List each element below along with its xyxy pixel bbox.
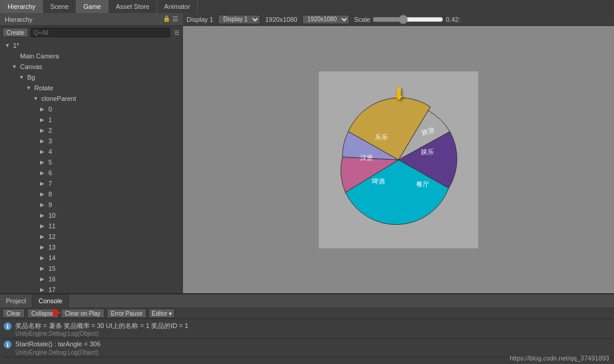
- tree-item-cloneparent[interactable]: ▼cloneParent: [0, 93, 183, 104]
- game-tab-label: Game: [83, 0, 101, 13]
- editor-label: Editor: [152, 310, 167, 317]
- tab-console[interactable]: Console: [32, 294, 68, 307]
- svg-text:汉堡: 汉堡: [360, 154, 373, 161]
- tab-animator[interactable]: Animator: [157, 0, 198, 13]
- svg-text:乐乐: 乐乐: [375, 133, 388, 140]
- watermark: https://blog.csdn.net/qq_37491893: [510, 355, 609, 362]
- tree-item-item-5[interactable]: ▶5: [0, 157, 183, 168]
- tree-item-item-6[interactable]: ▶6: [0, 168, 183, 178]
- error-pause-button[interactable]: Error Pause: [107, 309, 146, 318]
- tree-item-rotate[interactable]: ▼Rotate: [0, 83, 183, 93]
- menu-icon[interactable]: ☰: [172, 15, 178, 23]
- tab-game[interactable]: Game: [76, 0, 109, 13]
- top-tabs-bar: Hierarchy Scene Game Asset Store Animato…: [0, 0, 614, 13]
- hierarchy-header: Hierarchy 🔒 ☰: [0, 13, 183, 26]
- scale-slider[interactable]: [373, 16, 443, 23]
- clear-button[interactable]: Clear: [2, 309, 25, 318]
- log-icon-2: ℹ: [4, 340, 12, 349]
- log-icon-1: ℹ: [4, 322, 12, 330]
- tree-item-bg[interactable]: ▼Bg: [0, 72, 183, 83]
- display-dropdown[interactable]: Display 1: [218, 15, 260, 24]
- scale-container: Scale 0.42:: [354, 16, 460, 23]
- right-panel: Display 1 Display 1 1920x1080 1920x1080 …: [183, 13, 614, 293]
- tree-item-item-12[interactable]: ▶12: [0, 231, 183, 242]
- tree-item-item-7[interactable]: ▶7: [0, 178, 183, 189]
- log-text-1: 奖品名称 = 薯条 奖品概率 = 30 UI上的名称 = 1 奖品的ID = 1…: [15, 322, 188, 337]
- arrow-indicator: ⬇: [392, 84, 406, 104]
- tree-item-item-2[interactable]: ▶2: [0, 125, 183, 136]
- scale-label: Scale: [354, 16, 371, 23]
- hierarchy-tab-label: Hierarchy: [8, 0, 35, 13]
- hierarchy-tree: ▼1*Main Camera▼Canvas▼Bg▼Rotate▼clonePar…: [0, 39, 183, 293]
- tree-item-item-14[interactable]: ▶14: [0, 252, 183, 263]
- hierarchy-search[interactable]: [31, 28, 170, 37]
- game-toolbar: Display 1 Display 1 1920x1080 1920x1080 …: [183, 13, 614, 26]
- tree-item-item-16[interactable]: ▶16: [0, 274, 183, 284]
- tree-item-item-10[interactable]: ▶10: [0, 210, 183, 221]
- resolution-value: 1920x1080: [265, 16, 297, 23]
- options-icon[interactable]: ☰: [172, 28, 181, 37]
- display-label: Display 1: [187, 16, 213, 23]
- tree-item-canvas[interactable]: ▼Canvas: [0, 61, 183, 72]
- tree-item-item-4[interactable]: ▶4: [0, 146, 183, 157]
- svg-text:娱乐: 娱乐: [421, 148, 434, 155]
- game-view: ⬇: [183, 26, 614, 293]
- lock-icon[interactable]: 🔒: [163, 15, 170, 23]
- console-toolbar: Clear Collapse Clear on Play Error Pause…: [0, 307, 614, 319]
- editor-dropdown-button[interactable]: Editor ▾: [149, 309, 175, 318]
- main-area: Hierarchy 🔒 ☰ Create ☰ ▼1*Main Camera▼Ca…: [0, 13, 614, 293]
- tree-item-item-3[interactable]: ▶3: [0, 136, 183, 146]
- svg-text:啤酒: 啤酒: [372, 178, 385, 185]
- tree-item-main-camera[interactable]: Main Camera: [0, 51, 183, 61]
- scene-tab-label: Scene: [50, 0, 68, 13]
- tree-item-item-11[interactable]: ▶11: [0, 221, 183, 231]
- tree-item-item-15[interactable]: ▶15: [0, 263, 183, 274]
- tree-item-item-9[interactable]: ▶9: [0, 199, 183, 210]
- animator-tab-label: Animator: [164, 0, 190, 13]
- pie-svg: 旅游 娱乐 餐厅 啤酒 汉堡 乐乐: [334, 95, 463, 225]
- tab-project[interactable]: Project: [0, 294, 32, 307]
- tab-scene[interactable]: Scene: [43, 0, 76, 13]
- create-button[interactable]: Create: [2, 28, 28, 37]
- tree-item-item-17[interactable]: ▶17: [0, 284, 183, 293]
- tab-asset-store[interactable]: Asset Store: [109, 0, 157, 13]
- tree-item-item-8[interactable]: ▶8: [0, 189, 183, 199]
- game-canvas: ⬇: [319, 71, 478, 248]
- tab-hierarchy[interactable]: Hierarchy: [0, 0, 43, 13]
- hierarchy-toolbar: Create ☰: [0, 26, 183, 39]
- tree-item-item-1[interactable]: ▶1: [0, 114, 183, 125]
- tree-item-1star[interactable]: ▼1*: [0, 40, 183, 51]
- clear-on-play-button[interactable]: Clear on Play: [61, 309, 104, 318]
- tree-item-item-13[interactable]: ▶13: [0, 242, 183, 252]
- log-entry-1[interactable]: ℹ 奖品名称 = 薯条 奖品概率 = 30 UI上的名称 = 1 奖品的ID =…: [1, 320, 613, 339]
- editor-dropdown-arrow: ▾: [169, 310, 172, 317]
- resolution-dropdown[interactable]: 1920x1080: [302, 15, 350, 24]
- hierarchy-title: Hierarchy: [5, 16, 32, 23]
- scale-value: 0.42:: [446, 16, 460, 23]
- bottom-tabs: Project Console: [0, 294, 614, 307]
- svg-text:餐厅: 餐厅: [416, 181, 429, 188]
- hierarchy-panel: Hierarchy 🔒 ☰ Create ☰ ▼1*Main Camera▼Ca…: [0, 13, 183, 293]
- log-text-2: StartRotate() : tarAngle = 306 UnityEngi…: [15, 340, 100, 355]
- bottom-panel: Project Console Clear Collapse Clear on …: [0, 293, 614, 364]
- pie-chart: ⬇: [334, 95, 463, 225]
- asset-store-tab-label: Asset Store: [116, 0, 149, 13]
- tree-item-item-0[interactable]: ▶0: [0, 104, 183, 114]
